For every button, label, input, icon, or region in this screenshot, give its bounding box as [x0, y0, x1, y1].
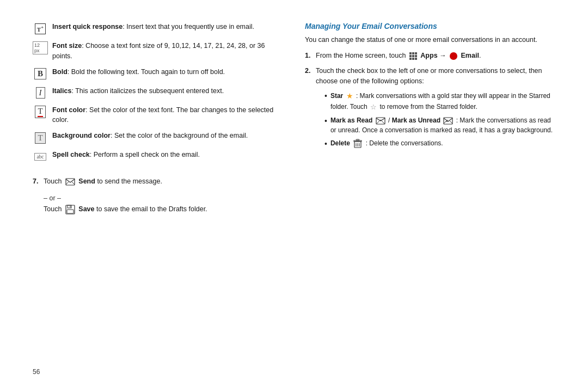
- bullet-delete: • Delete: [324, 138, 555, 150]
- svg-line-14: [450, 121, 452, 124]
- svg-line-2: [72, 182, 75, 185]
- step-1: 1. From the Home screen, touch: [305, 51, 555, 61]
- send-icon: [65, 178, 75, 186]
- svg-rect-5: [67, 210, 74, 213]
- left-column: T+ Insert quick response: Insert text th…: [33, 22, 283, 370]
- svg-line-13: [444, 121, 446, 124]
- feature-italics: I Italics: This action italicizes the su…: [33, 86, 283, 100]
- right-column: Managing Your Email Conversations You ca…: [305, 22, 555, 370]
- t-plus-icon: T+: [33, 22, 48, 35]
- feature-bg-color: T Background color: Set the color of the…: [33, 131, 283, 144]
- feature-insert-quick-response-text: Insert quick response: Insert text that …: [52, 22, 283, 32]
- or-divider: – or –: [44, 194, 283, 202]
- steps-list: 1. From the Home screen, touch: [305, 51, 555, 157]
- section-title: Managing Your Email Conversations: [305, 22, 555, 30]
- feature-bold: B Bold: Bold the following text. Touch a…: [33, 67, 283, 81]
- star-filled-icon: ★: [346, 91, 353, 100]
- feature-italics-text: Italics: This action italicizes the subs…: [52, 86, 283, 96]
- page-container: T+ Insert quick response: Insert text th…: [0, 0, 588, 392]
- feature-bg-color-text: Background color: Set the color of the b…: [52, 131, 283, 141]
- svg-line-8: [377, 121, 379, 124]
- font-color-icon: T: [33, 106, 48, 119]
- step-2: 2. Touch the check box to the left of on…: [305, 66, 555, 153]
- svg-line-1: [66, 182, 69, 185]
- email-app-icon: [450, 52, 457, 60]
- save-step: Touch Save to save the email to the Draf…: [44, 204, 283, 215]
- feature-font-size-text: Font size: Choose a text font size of 9,…: [52, 41, 283, 62]
- svg-rect-18: [356, 139, 359, 140]
- bullet-mark-read-unread: • Mark as Read: [324, 115, 555, 135]
- page-number: 56: [33, 368, 40, 376]
- feature-font-color-text: Font color: Set the color of the text fo…: [52, 105, 283, 126]
- apps-grid-icon: [409, 52, 417, 60]
- save-icon: [65, 205, 75, 215]
- trash-icon: [353, 139, 362, 149]
- mark-unread-icon: [443, 117, 453, 125]
- bullet-list: • Star ★ : Mark conversations with a gol…: [324, 90, 555, 150]
- italic-icon: I: [33, 87, 48, 100]
- svg-line-9: [382, 121, 384, 124]
- spell-check-icon: abc: [33, 150, 48, 163]
- star-outline-icon: ☆: [370, 103, 377, 111]
- bold-icon: B: [33, 68, 48, 81]
- feature-spell-check: abc Spell check: Perform a spell check o…: [33, 150, 283, 163]
- svg-rect-0: [66, 179, 75, 185]
- svg-rect-4: [68, 205, 71, 208]
- font-size-icon: 12 px: [33, 41, 48, 54]
- feature-font-size: 12 px Font size: Choose a text font size…: [33, 41, 283, 62]
- feature-spell-check-text: Spell check: Perform a spell check on th…: [52, 150, 283, 160]
- step-7: 7. Touch Send to send the message.: [33, 176, 283, 187]
- svg-rect-12: [444, 118, 452, 124]
- bullet-star: • Star ★ : Mark conversations with a gol…: [324, 90, 555, 113]
- bg-color-icon: T: [33, 131, 48, 144]
- mark-read-icon: [376, 117, 385, 125]
- step-7-send: 7. Touch Send to send the message.: [33, 176, 283, 187]
- feature-insert-quick-response: T+ Insert quick response: Insert text th…: [33, 22, 283, 35]
- feature-font-color: T Font color: Set the color of the text …: [33, 105, 283, 126]
- feature-bold-text: Bold: Bold the following text. Touch aga…: [52, 67, 283, 77]
- intro-text: You can change the status of one or more…: [305, 35, 555, 45]
